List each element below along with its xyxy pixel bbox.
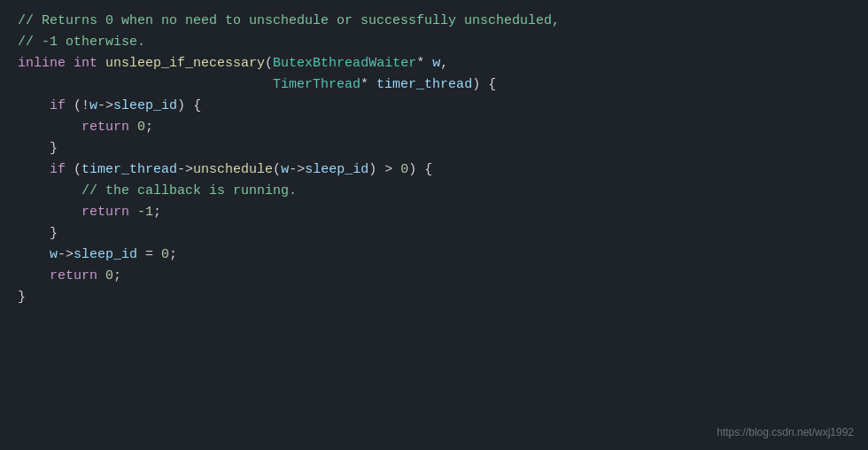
var-w4: w [50,244,58,266]
brace-if-open: { [193,96,201,117]
indent3 [18,138,50,159]
comment-or: or [337,11,353,32]
keyword-return3: return [50,266,97,287]
code-line-14: } [18,287,850,308]
keyword-return2: return [81,202,129,223]
space2 [97,53,105,74]
var-w2: w [89,96,97,117]
space8 [129,117,137,138]
brace-open: { [488,74,496,96]
type-timer: TimerThread [273,74,360,96]
indent-pipes [18,74,273,96]
indent9 [18,266,50,287]
paren-if-close: ) [177,96,185,117]
code-line-10: return -1; [18,202,850,223]
paren-open: ( [265,53,273,74]
code-line-2: // -1 otherwise. [18,32,850,53]
indent4 [18,159,50,181]
pointer: * [416,53,424,74]
space4 [368,74,376,96]
code-line-7: } [18,138,850,159]
code-line-11: } [18,223,850,244]
indent7 [18,223,50,244]
semi1: ; [145,117,153,138]
comment-callback: // the callback is running. [81,181,297,202]
semi2: ; [153,202,161,223]
semi4: ; [113,266,121,287]
keyword-int: int [74,53,97,74]
number-zero2: 0 [400,159,408,181]
sleep-id3: sleep_id [74,244,137,266]
code-line-4: TimerThread* timer_thread) { [18,74,850,96]
space7 [185,96,193,117]
keyword-return1: return [81,117,129,138]
sleep-id: sleep_id [113,96,177,117]
var-w3: w [281,159,289,181]
exclaim: ! [81,96,89,117]
number-zero1: 0 [137,117,145,138]
code-line-1: // Returns 0 when no need to unschedule … [18,11,850,32]
code-line-6: return 0; [18,117,850,138]
arrow4: -> [58,244,74,266]
arrow2: -> [177,159,193,181]
semi3: ; [169,244,177,266]
brace-func-close: } [18,287,26,308]
func-unschedule: unschedule [193,159,273,181]
paren-call-close: ) [368,159,376,181]
assign: = [137,244,161,266]
brace-if-open2: { [424,159,432,181]
watermark: https://blog.csdn.net/wxj1992 [717,424,854,441]
code-line-13: return 0; [18,266,850,287]
indent6 [18,202,81,223]
comment-line2: // -1 otherwise. [18,32,145,53]
space9: ( [66,159,81,181]
space [66,53,74,74]
number-zero4: 0 [105,266,113,287]
indent1 [18,96,50,117]
code-line-12: w->sleep_id = 0; [18,244,850,266]
comma: , [440,53,448,74]
indent5 [18,181,81,202]
space3 [424,53,432,74]
number-neg1: -1 [137,202,153,223]
code-line-9: // the callback is running. [18,181,850,202]
space11 [416,159,424,181]
space13 [97,266,105,287]
code-line-8: if (timer_thread->unschedule(w->sleep_id… [18,159,850,181]
code-editor: // Returns 0 when no need to unschedule … [0,0,868,450]
var-timer2: timer_thread [81,159,177,181]
brace-if-close2: } [50,223,58,244]
sleep-id2: sleep_id [305,159,368,181]
func-name: unsleep_if_necessary [105,53,265,74]
brace-if-close1: } [50,138,58,159]
keyword-if: if [50,96,66,117]
param-w: w [432,53,440,74]
paren-call-open: ( [273,159,281,181]
pointer2: * [360,74,368,96]
code-line-5: if (!w->sleep_id) { [18,96,850,117]
type-butex: ButexBthreadWaiter [273,53,416,74]
paren-close: ) [472,74,480,96]
space12 [129,202,137,223]
arrow3: -> [289,159,305,181]
keyword-if2: if [50,159,66,181]
comment-text: // Returns 0 when no need to unschedule [18,11,337,32]
indent2 [18,117,81,138]
code-line-3: inline int unsleep_if_necessary(ButexBth… [18,53,850,74]
arrow1: -> [97,96,113,117]
space10: > [376,159,400,181]
space6: ( [66,96,81,117]
space5 [480,74,488,96]
keyword-inline: inline [18,53,66,74]
indent8 [18,244,50,266]
paren-if-close2: ) [408,159,416,181]
number-zero3: 0 [161,244,169,266]
comment-text2: successfully unscheduled, [353,11,560,32]
param-timer: timer_thread [376,74,472,96]
